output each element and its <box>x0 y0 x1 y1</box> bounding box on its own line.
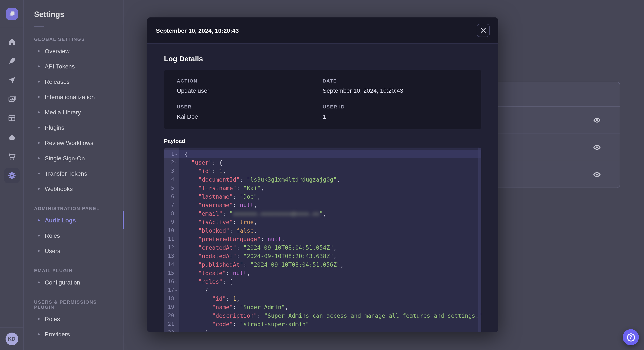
code-line: { <box>184 286 477 294</box>
code-line: "id": 1, <box>184 167 477 175</box>
log-details-modal: September 10, 2024, 10:20:43 Log Details… <box>147 17 498 332</box>
line-number: 11 <box>164 235 179 243</box>
question-mark-icon: ? <box>627 333 635 341</box>
code-line: "firstname": "Kai", <box>184 184 477 192</box>
fold-chevron-icon[interactable]: ⌄ <box>174 277 178 286</box>
redacted-email: xxxxxxx.xxxxxxxxx@xxxx.xx <box>233 210 320 217</box>
payload-code-editor[interactable]: 1⌄2⌄345678910111213141516⌄17⌄18192021222… <box>164 148 481 332</box>
line-number: 20 <box>164 311 179 320</box>
log-detail-field: DATESeptember 10, 2024, 10:20:43 <box>323 78 468 94</box>
line-number: 3 <box>164 167 179 175</box>
fold-chevron-icon[interactable]: ⌄ <box>174 150 178 158</box>
code-content: { "user": { "id": 1, "documentId": "ls3u… <box>179 148 481 332</box>
close-icon <box>480 28 486 33</box>
line-number: 16⌄ <box>164 277 179 286</box>
log-detail-field: USER ID1 <box>323 104 468 120</box>
log-details-card: ACTIONUpdate userDATESeptember 10, 2024,… <box>164 70 481 129</box>
line-number: 17⌄ <box>164 286 179 294</box>
field-label: DATE <box>323 78 468 83</box>
code-line: "documentId": "ls3uk3g1xm4ltdrdugzajg0g"… <box>184 175 477 184</box>
code-line: "lastname": "Doe", <box>184 192 477 201</box>
payload-label: Payload <box>164 138 481 144</box>
code-line: "user": { <box>184 158 477 167</box>
modal-title-date: September 10, 2024, 10:20:43 <box>156 27 239 34</box>
line-number: 5 <box>164 184 179 192</box>
line-number: 2⌄ <box>164 158 179 167</box>
code-line: "email": "xxxxxxx.xxxxxxxxx@xxxx.xx", <box>184 209 477 218</box>
line-number: 7 <box>164 201 179 209</box>
line-number: 10 <box>164 226 179 235</box>
code-line: "preferedLanguage": null, <box>184 235 477 243</box>
modal-header: September 10, 2024, 10:20:43 <box>147 17 498 44</box>
line-number: 13 <box>164 252 179 260</box>
line-number: 12 <box>164 243 179 252</box>
line-number: 14 <box>164 260 179 269</box>
line-number: 6 <box>164 192 179 201</box>
field-value: Update user <box>177 87 323 94</box>
field-label: ACTION <box>177 78 323 83</box>
code-line: "isActive": true, <box>184 218 477 226</box>
line-number: 15 <box>164 269 179 277</box>
code-line: "blocked": false, <box>184 226 477 235</box>
field-label: USER ID <box>323 104 468 109</box>
code-line: "publishedAt": "2024-09-10T08:04:51.056Z… <box>184 260 477 269</box>
strapi-admin-app: KD Settings GLOBAL SETTINGSOverviewAPI T… <box>0 0 644 350</box>
line-number: 19 <box>164 303 179 311</box>
code-line: "id": 1, <box>184 294 477 303</box>
help-button[interactable]: ? <box>623 329 639 345</box>
fold-chevron-icon[interactable]: ⌄ <box>174 158 178 167</box>
code-line: "locale": null, <box>184 269 477 277</box>
code-line: "username": null, <box>184 201 477 209</box>
line-number: 22 <box>164 328 179 332</box>
log-details-title: Log Details <box>164 55 481 63</box>
line-number: 21 <box>164 320 179 328</box>
line-number: 9 <box>164 218 179 226</box>
line-number: 4 <box>164 175 179 184</box>
field-value: September 10, 2024, 10:20:43 <box>323 87 468 94</box>
code-line: } <box>184 328 477 332</box>
code-line: "description": "Super Admins can access … <box>184 311 477 320</box>
log-detail-field: ACTIONUpdate user <box>177 78 323 94</box>
close-button[interactable] <box>476 24 490 37</box>
fold-chevron-icon[interactable]: ⌄ <box>174 286 178 294</box>
log-detail-field: USERKai Doe <box>177 104 323 120</box>
code-line: { <box>184 150 477 158</box>
code-line-number-gutter: 1⌄2⌄345678910111213141516⌄17⌄18192021222… <box>164 148 179 332</box>
code-line: "updatedAt": "2024-09-10T08:20:43.638Z", <box>184 252 477 260</box>
field-value: Kai Doe <box>177 113 323 120</box>
line-number: 1⌄ <box>164 150 179 158</box>
modal-body: Log Details ACTIONUpdate userDATESeptemb… <box>147 44 498 332</box>
code-line: "code": "strapi-super-admin" <box>184 320 477 328</box>
line-number: 18 <box>164 294 179 303</box>
code-vertical-scrollbar[interactable] <box>478 148 481 332</box>
field-label: USER <box>177 104 323 109</box>
line-number: 8 <box>164 209 179 218</box>
code-line: "createdAt": "2024-09-10T08:04:51.054Z", <box>184 243 477 252</box>
code-line: "name": "Super Admin", <box>184 303 477 311</box>
code-line: "roles": [ <box>184 277 477 286</box>
field-value: 1 <box>323 113 468 120</box>
